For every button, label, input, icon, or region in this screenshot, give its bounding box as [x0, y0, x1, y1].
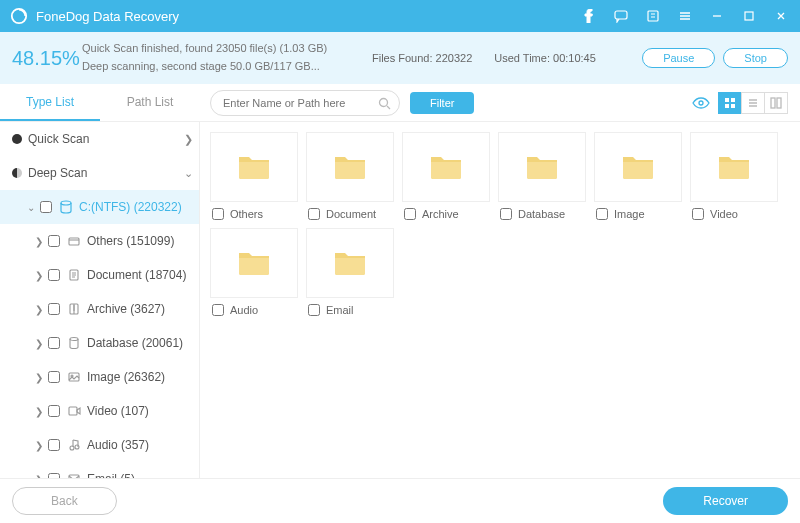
folder-checkbox[interactable]: [308, 208, 320, 220]
tree-quick-scan[interactable]: Quick Scan ❯: [0, 122, 199, 156]
folder-checkbox[interactable]: [500, 208, 512, 220]
title-bar: FoneDog Data Recovery: [0, 0, 800, 32]
tree-checkbox[interactable]: [48, 405, 60, 417]
view-list-icon[interactable]: [741, 92, 765, 114]
chevron-right-icon: ❯: [184, 133, 193, 146]
tree-deep-scan[interactable]: Deep Scan ⌄: [0, 156, 199, 190]
svg-rect-6: [725, 98, 729, 102]
files-found: Files Found: 220322: [372, 52, 472, 64]
folder-label: Video: [710, 208, 738, 220]
document-icon: [65, 268, 83, 282]
tree-item-video[interactable]: ❯Video (107): [0, 394, 199, 428]
tree-item-document[interactable]: ❯Document (18704): [0, 258, 199, 292]
svg-rect-11: [777, 98, 781, 108]
scan-msg-1: Quick Scan finished, found 23050 file(s)…: [82, 40, 372, 58]
folder-card-audio[interactable]: Audio: [210, 228, 298, 316]
tree-item-image[interactable]: ❯Image (26362): [0, 360, 199, 394]
folder-icon: [306, 132, 394, 202]
svg-point-4: [380, 98, 388, 106]
folder-grid: OthersDocumentArchiveDatabaseImageVideoA…: [200, 122, 800, 478]
chevron-right-icon: ❯: [32, 372, 46, 383]
svg-rect-10: [771, 98, 775, 108]
tree-item-archive[interactable]: ❯Archive (3627): [0, 292, 199, 326]
facebook-icon[interactable]: [578, 5, 600, 27]
app-logo-icon: [10, 7, 28, 25]
folder-card-email[interactable]: Email: [306, 228, 394, 316]
folder-checkbox[interactable]: [308, 304, 320, 316]
preview-icon[interactable]: [689, 92, 713, 114]
tree-item-label: Document (18704): [87, 268, 193, 282]
folder-checkbox[interactable]: [596, 208, 608, 220]
svg-rect-2: [648, 11, 658, 21]
folder-checkbox[interactable]: [692, 208, 704, 220]
bullet-half-icon: [12, 168, 22, 178]
svg-rect-9: [731, 104, 735, 108]
tree-drive[interactable]: ⌄ C:(NTFS) (220322): [0, 190, 199, 224]
tree-item-label: Database (20061): [87, 336, 193, 350]
tab-type-list[interactable]: Type List: [0, 85, 100, 121]
folder-icon: [594, 132, 682, 202]
tree-item-others[interactable]: ❯Others (151099): [0, 224, 199, 258]
tree-checkbox[interactable]: [48, 269, 60, 281]
search-icon[interactable]: [378, 96, 391, 114]
svg-point-12: [61, 201, 71, 205]
folder-card-database[interactable]: Database: [498, 132, 586, 220]
folder-label: Others: [230, 208, 263, 220]
folder-icon: [306, 228, 394, 298]
tree-checkbox[interactable]: [48, 303, 60, 315]
search-input[interactable]: [210, 90, 400, 116]
chevron-down-icon: ⌄: [184, 167, 193, 180]
menu-icon[interactable]: [674, 5, 696, 27]
chevron-right-icon: ❯: [32, 474, 46, 479]
tree-item-database[interactable]: ❯Database (20061): [0, 326, 199, 360]
folder-icon: [498, 132, 586, 202]
view-detail-icon[interactable]: [764, 92, 788, 114]
folder-card-document[interactable]: Document: [306, 132, 394, 220]
filter-button[interactable]: Filter: [410, 92, 474, 114]
folder-card-archive[interactable]: Archive: [402, 132, 490, 220]
stop-button[interactable]: Stop: [723, 48, 788, 68]
tree-item-label: Video (107): [87, 404, 193, 418]
app-title: FoneDog Data Recovery: [36, 9, 578, 24]
tree-checkbox[interactable]: [48, 371, 60, 383]
view-grid-icon[interactable]: [718, 92, 742, 114]
close-icon[interactable]: [770, 5, 792, 27]
drive-checkbox[interactable]: [40, 201, 52, 213]
tree-checkbox[interactable]: [48, 473, 60, 478]
scan-percent: 48.15%: [12, 47, 82, 70]
minimize-icon[interactable]: [706, 5, 728, 27]
folder-label: Image: [614, 208, 645, 220]
svg-rect-8: [725, 104, 729, 108]
tree-item-label: Email (5): [87, 472, 193, 478]
disk-icon: [57, 200, 75, 214]
bullet-icon: [12, 134, 22, 144]
chevron-down-icon: ⌄: [24, 202, 38, 213]
tree-item-audio[interactable]: ❯Audio (357): [0, 428, 199, 462]
folder-card-video[interactable]: Video: [690, 132, 778, 220]
tree-checkbox[interactable]: [48, 337, 60, 349]
recover-button[interactable]: Recover: [663, 487, 788, 515]
svg-rect-19: [69, 407, 77, 415]
folder-checkbox[interactable]: [212, 304, 224, 316]
video-icon: [65, 404, 83, 418]
register-icon[interactable]: [642, 5, 664, 27]
pause-button[interactable]: Pause: [642, 48, 715, 68]
folder-checkbox[interactable]: [404, 208, 416, 220]
tree-checkbox[interactable]: [48, 235, 60, 247]
maximize-icon[interactable]: [738, 5, 760, 27]
chevron-right-icon: ❯: [32, 406, 46, 417]
folder-label: Audio: [230, 304, 258, 316]
feedback-icon[interactable]: [610, 5, 632, 27]
folder-card-others[interactable]: Others: [210, 132, 298, 220]
tree-item-email[interactable]: ❯Email (5): [0, 462, 199, 478]
back-button[interactable]: Back: [12, 487, 117, 515]
tree-checkbox[interactable]: [48, 439, 60, 451]
tree-item-label: Others (151099): [87, 234, 193, 248]
svg-rect-1: [615, 11, 627, 19]
folder-checkbox[interactable]: [212, 208, 224, 220]
folder-label: Archive: [422, 208, 459, 220]
folder-card-image[interactable]: Image: [594, 132, 682, 220]
tab-path-list[interactable]: Path List: [100, 85, 200, 121]
used-time: Used Time: 00:10:45: [494, 52, 596, 64]
svg-point-5: [699, 101, 703, 105]
